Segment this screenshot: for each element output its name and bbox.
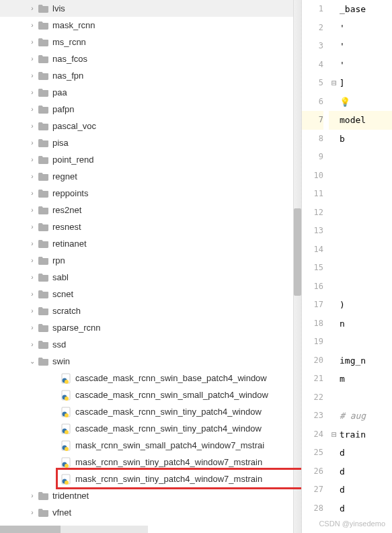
folder-item-point_rend[interactable]: ›point_rend [0,151,301,168]
code-line[interactable]: ' [329,19,392,38]
code-line[interactable]: ) [329,296,392,315]
code-line[interactable] [329,278,392,296]
chevron-right-icon[interactable]: › [27,22,38,29]
chevron-right-icon[interactable]: › [27,190,38,197]
file-item[interactable]: cascade_mask_rcnn_swin_tiny_patch4_windo… [0,420,301,437]
code-content[interactable]: _base'''⊟]💡modelb)nimg_nm# aug⊟traindddd [329,0,392,533]
fold-marker-icon[interactable]: ⊟ [331,78,337,88]
code-line[interactable] [329,259,392,278]
code-line[interactable]: b [329,130,392,149]
folder-item-regnet[interactable]: ›regnet [0,168,301,185]
sidebar-horizontal-scrollbar[interactable] [0,526,148,533]
code-line[interactable]: ⊟train [329,425,392,444]
line-number-gutter: 1234567891011121314151617181920212223242… [302,0,329,533]
folder-item-nas_fcos[interactable]: ›nas_fcos [0,50,301,67]
chevron-right-icon[interactable]: › [27,38,38,46]
chevron-right-icon[interactable]: › [27,173,38,180]
folder-item-sabl[interactable]: ›sabl [0,269,301,286]
code-line[interactable]: d [329,444,392,462]
folder-item-retinanet[interactable]: ›retinanet [0,235,301,252]
chevron-right-icon[interactable]: › [27,324,38,331]
file-item[interactable]: cascade_mask_rcnn_swin_base_patch4_windo… [0,370,301,386]
code-line[interactable]: n [329,315,392,333]
chevron-right-icon[interactable]: › [27,341,38,348]
code-line[interactable] [329,148,392,167]
file-item[interactable]: mask_rcnn_swin_small_patch4_window7_mstr… [0,437,301,454]
folder-item-reppoints[interactable]: ›reppoints [0,185,301,202]
chevron-down-icon[interactable]: ⌄ [27,358,38,365]
fold-marker-icon[interactable]: ⊟ [331,429,337,440]
code-line[interactable]: 💡 [329,93,392,112]
chevron-right-icon[interactable]: › [27,5,38,12]
folder-item-sparse_rcnn[interactable]: ›sparse_rcnn [0,319,301,336]
folder-item-rpn[interactable]: ›rpn [0,252,301,269]
code-line[interactable] [329,167,392,186]
code-line[interactable]: d [329,462,392,481]
chevron-right-icon[interactable]: › [27,55,38,63]
code-line[interactable] [329,185,392,204]
code-line[interactable]: m [329,370,392,388]
line-number: 17 [302,296,323,315]
file-tree-sidebar[interactable]: ›lvis›mask_rcnn›ms_rcnn›nas_fcos›nas_fpn… [0,0,301,533]
folder-item-paa[interactable]: ›paa [0,84,301,101]
code-line[interactable]: ' [329,37,392,56]
code-line[interactable] [329,241,392,259]
python-file-icon [61,474,71,485]
folder-item-vfnet[interactable]: ›vfnet [0,504,301,521]
folder-item-ssd[interactable]: ›ssd [0,336,301,353]
chevron-right-icon[interactable]: › [27,122,38,130]
folder-item-scnet[interactable]: ›scnet [0,286,301,302]
code-line[interactable]: d [329,499,392,518]
code-editor[interactable]: 1234567891011121314151617181920212223242… [302,0,392,533]
folder-item-swin[interactable]: ⌄swin [0,353,301,370]
folder-item-resnest[interactable]: ›resnest [0,218,301,235]
chevron-right-icon[interactable]: › [27,156,38,163]
code-line[interactable] [329,204,392,222]
chevron-right-icon[interactable]: › [27,290,38,298]
folder-icon [38,222,48,232]
folder-item-pisa[interactable]: ›pisa [0,134,301,151]
code-line[interactable]: model [329,111,392,130]
folder-item-pafpn[interactable]: ›pafpn [0,101,301,118]
scrollbar-thumb[interactable] [0,526,61,533]
folder-item-res2net[interactable]: ›res2net [0,202,301,218]
code-line[interactable] [329,222,392,241]
scrollbar-thumb[interactable] [294,208,301,296]
folder-item-nas_fpn[interactable]: ›nas_fpn [0,67,301,84]
chevron-right-icon[interactable]: › [27,240,38,247]
chevron-right-icon[interactable]: › [27,307,38,315]
chevron-right-icon[interactable]: › [27,72,38,79]
folder-item-pascal_voc[interactable]: ›pascal_voc [0,118,301,134]
chevron-right-icon[interactable]: › [27,89,38,96]
chevron-right-icon[interactable]: › [27,492,38,499]
folder-icon [38,88,48,97]
code-line[interactable]: # aug [329,407,392,425]
lightbulb-icon[interactable]: 💡 [340,97,350,107]
code-line[interactable] [329,333,392,352]
code-line[interactable] [329,388,392,407]
line-number: 18 [302,315,323,333]
code-line[interactable]: _base [329,0,392,19]
folder-label: swin [52,356,70,366]
chevron-right-icon[interactable]: › [27,206,38,214]
code-line[interactable]: d [329,481,392,499]
chevron-right-icon[interactable]: › [27,106,38,113]
chevron-right-icon[interactable]: › [27,139,38,147]
folder-item-tridentnet[interactable]: ›tridentnet [0,487,301,504]
folder-item-ms_rcnn[interactable]: ›ms_rcnn [0,34,301,50]
chevron-right-icon[interactable]: › [27,274,38,281]
code-line[interactable]: ' [329,56,392,75]
sidebar-vertical-scrollbar[interactable] [293,0,301,533]
folder-item-mask_rcnn[interactable]: ›mask_rcnn [0,17,301,34]
file-item[interactable]: mask_rcnn_swin_tiny_patch4_window7_mstra… [0,470,301,487]
file-item[interactable]: cascade_mask_rcnn_swin_small_patch4_wind… [0,386,301,403]
chevron-right-icon[interactable]: › [27,257,38,264]
folder-item-lvis[interactable]: ›lvis [0,0,301,17]
file-item[interactable]: mask_rcnn_swin_tiny_patch4_window7_mstra… [0,454,301,470]
code-line[interactable]: ⊟] [329,74,392,93]
chevron-right-icon[interactable]: › [27,509,38,516]
code-line[interactable]: img_n [329,352,392,370]
file-item[interactable]: cascade_mask_rcnn_swin_tiny_patch4_windo… [0,403,301,420]
chevron-right-icon[interactable]: › [27,223,38,231]
folder-item-scratch[interactable]: ›scratch [0,302,301,319]
